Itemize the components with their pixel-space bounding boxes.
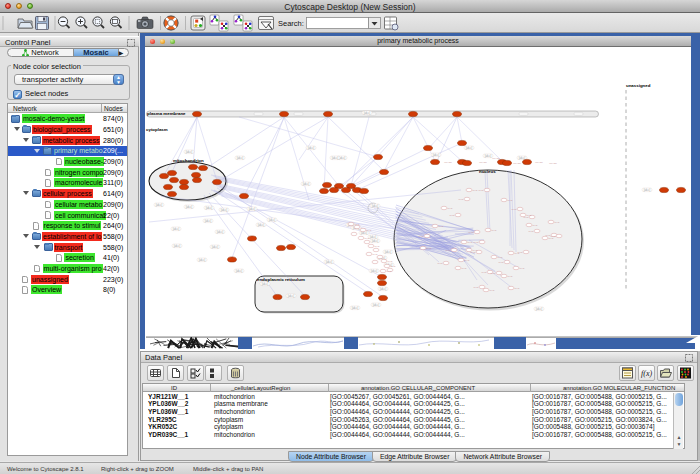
svg-text:[ab-c]: [ab-c]: [236, 269, 243, 273]
svg-text:[ab-c]: [ab-c]: [205, 219, 212, 223]
svg-text:[ab-c]: [ab-c]: [372, 239, 379, 243]
svg-text:[n-b]: [n-b]: [491, 272, 496, 275]
svg-text:[ab-c]: [ab-c]: [644, 188, 651, 192]
svg-text:[n-b]: [n-b]: [479, 189, 484, 192]
svg-text:[n-a]: [n-a]: [490, 289, 495, 292]
svg-text:[nu-ab]: [nu-ab]: [549, 162, 557, 165]
svg-text:[ab-c]: [ab-c]: [364, 111, 371, 115]
svg-text:[n-a]: [n-a]: [492, 229, 497, 232]
svg-text:[nu-ab]: [nu-ab]: [535, 161, 543, 164]
svg-text:[ab-c]: [ab-c]: [258, 223, 265, 227]
svg-text:[n-b]: [n-b]: [469, 231, 474, 234]
svg-text:[ab-c]: [ab-c]: [466, 146, 473, 150]
svg-text:[n-a]: [n-a]: [387, 270, 392, 273]
svg-text:[ab-c]: [ab-c]: [212, 245, 219, 249]
svg-text:[ab-c]: [ab-c]: [326, 260, 333, 264]
svg-text:[ab-c]: [ab-c]: [371, 269, 378, 273]
svg-text:cytoplasm: cytoplasm: [146, 127, 168, 132]
svg-text:[n-a]: [n-a]: [373, 253, 378, 256]
svg-text:[n-a]: [n-a]: [520, 267, 525, 270]
svg-text:[n-a]: [n-a]: [555, 221, 560, 224]
svg-text:[n-b]: [n-b]: [446, 249, 451, 252]
svg-text:[n-b]: [n-b]: [499, 261, 504, 264]
svg-text:nucleus: nucleus: [479, 169, 496, 174]
svg-text:[ab-c]: [ab-c]: [206, 206, 213, 210]
svg-text:[ab-c]: [ab-c]: [174, 244, 181, 248]
svg-text:[n-b]: [n-b]: [524, 216, 529, 219]
svg-text:[ab-c]: [ab-c]: [156, 203, 163, 207]
svg-text:[n-b]: [n-b]: [474, 286, 479, 289]
svg-text:[nu-ab]: [nu-ab]: [492, 157, 500, 160]
svg-text:mitochondrion: mitochondrion: [173, 158, 204, 163]
svg-text:[n-a]: [n-a]: [462, 267, 467, 270]
svg-text:[n-a]: [n-a]: [533, 224, 538, 227]
svg-text:[ab-c]: [ab-c]: [217, 230, 224, 234]
svg-text:[n-b]: [n-b]: [471, 251, 476, 254]
svg-text:[ab-c]: [ab-c]: [303, 182, 310, 186]
svg-text:[nu-ab]: [nu-ab]: [513, 162, 521, 165]
svg-text:[n-b]: [n-b]: [529, 230, 534, 233]
svg-text:[ab-c]: [ab-c]: [536, 307, 543, 311]
svg-text:[n-b]: [n-b]: [450, 214, 455, 217]
svg-text:[ab-c]: [ab-c]: [308, 146, 315, 150]
svg-text:[ab-c]: [ab-c]: [373, 303, 380, 307]
svg-text:[n-a]: [n-a]: [439, 225, 444, 228]
svg-text:[n-b]: [n-b]: [474, 241, 479, 244]
svg-text:[n-a]: [n-a]: [498, 256, 503, 259]
svg-text:[n-a]: [n-a]: [508, 199, 513, 202]
svg-text:[ab-c]: [ab-c]: [519, 156, 526, 160]
svg-text:[n-a]: [n-a]: [448, 207, 453, 210]
svg-text:[ab-c]: [ab-c]: [199, 258, 206, 262]
svg-text:[ab-c]: [ab-c]: [370, 235, 377, 239]
svg-text:[n-a]: [n-a]: [473, 189, 478, 192]
svg-text:[ab-c]: [ab-c]: [332, 156, 339, 160]
svg-text:[n-a]: [n-a]: [365, 237, 370, 240]
svg-text:[ab-c]: [ab-c]: [173, 227, 180, 231]
svg-text:[n-b]: [n-b]: [482, 271, 487, 274]
svg-text:[n-b]: [n-b]: [512, 208, 517, 211]
svg-text:[ab-c]: [ab-c]: [433, 153, 440, 157]
svg-text:[n-b]: [n-b]: [438, 262, 443, 265]
svg-text:[ab-c]: [ab-c]: [380, 287, 387, 291]
svg-text:[ab-c]: [ab-c]: [186, 205, 193, 209]
svg-text:[n-b]: [n-b]: [459, 198, 464, 201]
svg-text:[ab-c]: [ab-c]: [186, 150, 193, 154]
svg-text:[nu-ab]: [nu-ab]: [479, 161, 487, 164]
svg-text:plasma membrane: plasma membrane: [147, 111, 186, 116]
svg-text:[ab-c]: [ab-c]: [288, 294, 295, 298]
svg-text:[n-b]: [n-b]: [518, 251, 523, 254]
svg-text:[n-a]: [n-a]: [515, 287, 520, 290]
svg-text:unassigned: unassigned: [626, 83, 651, 88]
svg-text:[n-a]: [n-a]: [427, 247, 432, 250]
svg-text:[ab-c]: [ab-c]: [249, 207, 256, 211]
svg-text:[n-a]: [n-a]: [468, 241, 473, 244]
svg-text:[ab-c]: [ab-c]: [262, 282, 269, 286]
svg-text:[ab-c]: [ab-c]: [372, 204, 379, 208]
svg-text:[ab-c]: [ab-c]: [385, 250, 392, 254]
svg-text:[ab-c]: [ab-c]: [237, 156, 244, 160]
svg-text:[n-a]: [n-a]: [508, 275, 513, 278]
svg-text:[n-a]: [n-a]: [375, 245, 380, 248]
svg-text:[n-b]: [n-b]: [551, 235, 556, 238]
svg-text:[ab-c]: [ab-c]: [352, 306, 359, 310]
svg-text:[ab-c]: [ab-c]: [485, 154, 492, 158]
svg-text:[ab-c]: [ab-c]: [221, 208, 228, 212]
svg-text:[n-a]: [n-a]: [388, 260, 393, 263]
svg-text:[nu-ab]: [nu-ab]: [444, 161, 452, 164]
svg-text:[n-a]: [n-a]: [391, 265, 396, 268]
svg-text:f(x): f(x): [641, 369, 652, 378]
svg-text:[n-a]: [n-a]: [367, 229, 372, 232]
svg-text:[ab-c]: [ab-c]: [269, 218, 276, 222]
svg-text:[n-b]: [n-b]: [419, 235, 424, 238]
svg-text:[n-a]: [n-a]: [355, 223, 360, 226]
svg-text:Search:: Search:: [278, 19, 304, 28]
svg-text:[n-a]: [n-a]: [465, 259, 470, 262]
svg-text:endoplasmic reticulum: endoplasmic reticulum: [257, 277, 305, 282]
